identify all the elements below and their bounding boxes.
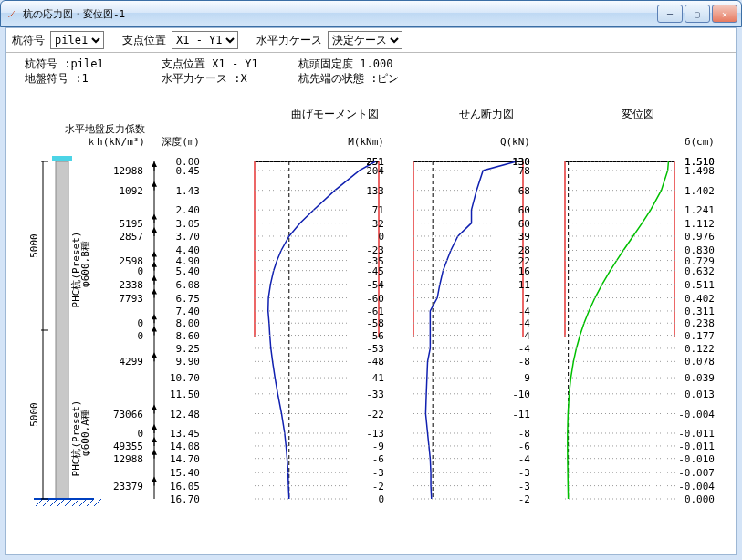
svg-text:60: 60 — [518, 218, 530, 230]
svg-text:水平地盤反力係数: 水平地盤反力係数 — [65, 123, 145, 135]
svg-text:0.976: 0.976 — [685, 231, 715, 243]
svg-text:-8: -8 — [518, 356, 530, 368]
app-icon: ⟋ — [5, 6, 19, 21]
svg-text:-9: -9 — [372, 441, 384, 452]
svg-text:9.25: 9.25 — [176, 343, 201, 355]
svg-text:-6: -6 — [518, 441, 530, 452]
svg-text:0.078: 0.078 — [685, 356, 715, 368]
svg-text:4299: 4299 — [120, 356, 144, 368]
svg-text:-0.007: -0.007 — [678, 467, 715, 479]
svg-marker-52 — [152, 314, 157, 319]
svg-text:-0.011: -0.011 — [678, 428, 715, 440]
svg-text:0.311: 0.311 — [685, 306, 715, 317]
svg-line-7 — [72, 499, 79, 506]
svg-text:1.112: 1.112 — [685, 218, 715, 230]
svg-text:-41: -41 — [366, 372, 384, 384]
window-title: 杭の応力図・変位図-1 — [23, 7, 657, 21]
svg-text:-8: -8 — [518, 428, 530, 440]
svg-line-6 — [65, 499, 72, 506]
svg-text:-4: -4 — [518, 330, 531, 342]
svg-marker-43 — [152, 262, 157, 267]
svg-text:曲げモーメント図: 曲げモーメント図 — [291, 109, 379, 120]
svg-text:-4: -4 — [518, 453, 531, 465]
svg-text:0.000: 0.000 — [685, 493, 715, 505]
svg-text:5000: 5000 — [28, 402, 40, 427]
svg-text:-3: -3 — [518, 481, 530, 493]
svg-text:0: 0 — [137, 317, 143, 329]
svg-marker-34 — [152, 214, 157, 220]
minimize-button[interactable]: ─ — [657, 5, 683, 23]
svg-text:16: 16 — [518, 265, 530, 277]
svg-marker-70 — [152, 450, 157, 455]
svg-text:せん断力図: せん断力図 — [459, 109, 514, 120]
svg-marker-37 — [152, 227, 157, 233]
svg-text:12988: 12988 — [113, 165, 143, 177]
svg-text:-0.004: -0.004 — [678, 409, 715, 420]
svg-text:73066: 73066 — [113, 409, 143, 420]
svg-text:0: 0 — [137, 330, 143, 342]
svg-text:39: 39 — [518, 231, 530, 243]
svg-text:3.05: 3.05 — [176, 218, 201, 230]
svg-text:-45: -45 — [366, 265, 384, 277]
svg-text:-33: -33 — [366, 389, 384, 400]
charts-area: 50005000PHC杭(Preset)φ600,B種PHC杭(Preset)φ… — [19, 109, 723, 541]
svg-text:φ600,B種: φ600,B種 — [79, 241, 91, 287]
info-panel: 杭符号 :pile1 支点位置 X1 - Y1 杭頭固定度 1.000 地盤符号… — [6, 53, 736, 93]
svg-text:-6: -6 — [372, 453, 384, 465]
svg-line-10 — [94, 499, 101, 506]
titlebar: ⟋ 杭の応力図・変位図-1 ─ ▢ ✕ — [0, 0, 742, 27]
svg-text:16.70: 16.70 — [170, 493, 200, 505]
svg-text:7793: 7793 — [120, 293, 144, 305]
svg-text:8.00: 8.00 — [176, 317, 201, 329]
svg-text:0.013: 0.013 — [685, 389, 715, 400]
svg-text:-4: -4 — [518, 306, 531, 317]
svg-text:14.08: 14.08 — [170, 441, 200, 452]
svg-text:1092: 1092 — [120, 185, 144, 197]
svg-text:-60: -60 — [366, 293, 384, 305]
svg-text:ｋh(kN/m³): ｋh(kN/m³) — [87, 136, 145, 148]
svg-line-5 — [57, 499, 65, 506]
svg-text:0.632: 0.632 — [685, 265, 715, 277]
svg-text:2338: 2338 — [120, 279, 144, 291]
svg-text:0: 0 — [137, 265, 143, 277]
svg-text:-0.004: -0.004 — [678, 481, 715, 493]
close-button[interactable]: ✕ — [712, 5, 737, 23]
svg-text:12.48: 12.48 — [170, 409, 200, 420]
svg-text:-13: -13 — [366, 428, 384, 440]
svg-text:11: 11 — [518, 279, 530, 291]
svg-text:-54: -54 — [366, 279, 384, 291]
svg-marker-31 — [152, 181, 157, 187]
svg-text:0.238: 0.238 — [685, 317, 715, 329]
svg-text:13.45: 13.45 — [170, 428, 200, 440]
maximize-button[interactable]: ▢ — [685, 5, 710, 23]
svg-marker-49 — [152, 289, 157, 295]
svg-text:14.70: 14.70 — [170, 453, 200, 465]
svg-text:-4: -4 — [518, 317, 531, 329]
svg-marker-58 — [152, 352, 157, 358]
svg-text:2.40: 2.40 — [176, 204, 201, 216]
svg-text:3.70: 3.70 — [176, 231, 201, 243]
support-select[interactable]: X1 - Y1 — [172, 31, 238, 49]
svg-marker-61 — [152, 405, 157, 410]
svg-text:0.402: 0.402 — [685, 293, 715, 305]
svg-rect-0 — [52, 156, 72, 161]
svg-text:0: 0 — [137, 428, 143, 440]
svg-text:0: 0 — [378, 231, 384, 243]
svg-text:68: 68 — [518, 185, 530, 197]
hcase-select[interactable]: 決定ケース — [328, 31, 402, 49]
svg-line-2 — [36, 499, 43, 506]
svg-text:-0.010: -0.010 — [678, 453, 715, 465]
svg-line-3 — [43, 499, 50, 506]
svg-text:1.43: 1.43 — [176, 185, 201, 197]
svg-marker-67 — [152, 437, 157, 442]
svg-text:0.177: 0.177 — [685, 330, 715, 342]
svg-line-9 — [87, 499, 94, 506]
pile-select[interactable]: pile1 — [50, 31, 104, 49]
hcase-label: 水平力ケース — [256, 33, 322, 48]
svg-text:1.510: 1.510 — [685, 156, 715, 168]
svg-text:-48: -48 — [366, 356, 384, 368]
svg-text:60: 60 — [518, 204, 530, 216]
svg-text:1.402: 1.402 — [685, 185, 715, 197]
pile-label: 杭符号 — [12, 33, 45, 48]
svg-text:-3: -3 — [372, 467, 384, 479]
